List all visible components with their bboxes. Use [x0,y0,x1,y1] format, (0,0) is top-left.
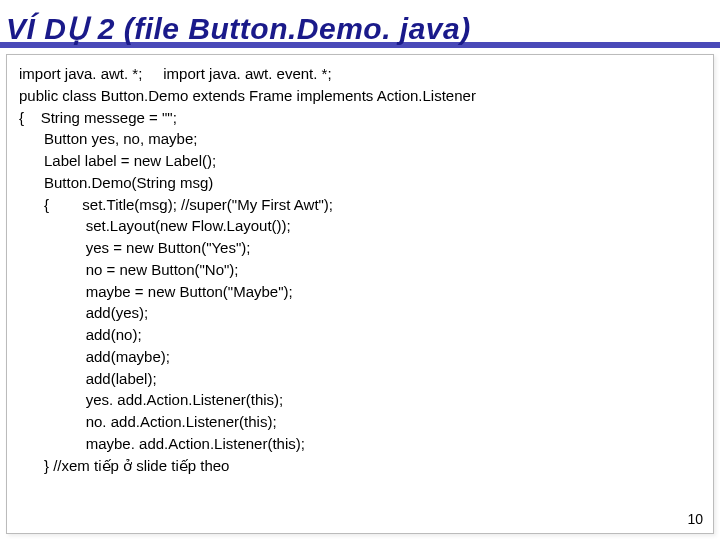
code-line: set.Layout(new Flow.Layout()); [19,215,701,237]
code-line: maybe. add.Action.Listener(this); [19,433,701,455]
code-line: no. add.Action.Listener(this); [19,411,701,433]
code-line: { set.Title(msg); //super("My First Awt"… [19,194,701,216]
code-line: Button yes, no, maybe; [19,128,701,150]
code-line: { String messege = ""; [19,107,701,129]
code-line: import java. awt. *; import java. awt. e… [19,63,701,85]
page-number: 10 [687,511,703,527]
code-line: yes = new Button("Yes"); [19,237,701,259]
code-line: maybe = new Button("Maybe"); [19,281,701,303]
code-line: } //xem tiếp ở slide tiếp theo [19,455,701,477]
code-line: add(yes); [19,302,701,324]
code-line: Label label = new Label(); [19,150,701,172]
slide-title: VÍ DỤ 2 (file Button.Demo. java) [6,11,471,48]
code-line: add(maybe); [19,346,701,368]
code-line: yes. add.Action.Listener(this); [19,389,701,411]
code-content-box: import java. awt. *; import java. awt. e… [6,54,714,534]
title-bar: VÍ DỤ 2 (file Button.Demo. java) [0,0,720,48]
code-line: add(label); [19,368,701,390]
code-line: Button.Demo(String msg) [19,172,701,194]
code-line: no = new Button("No"); [19,259,701,281]
code-line: add(no); [19,324,701,346]
code-line: public class Button.Demo extends Frame i… [19,85,701,107]
